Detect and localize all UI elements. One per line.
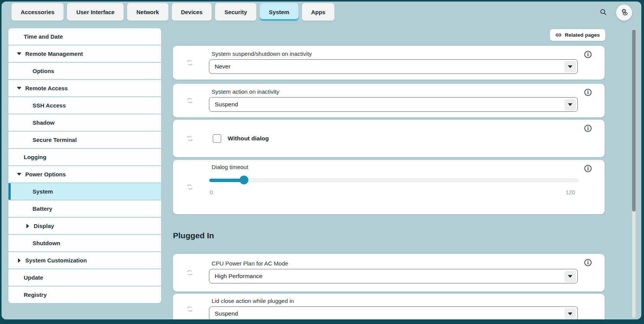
chevron-down-icon[interactable] <box>564 99 576 111</box>
checkbox-label: Without dialog <box>228 135 269 142</box>
tab-network[interactable]: Network <box>127 3 168 21</box>
nav-item-update[interactable]: Update <box>8 269 161 286</box>
setting-label: System suspend/shutdown on inactivity <box>212 50 578 57</box>
slider-fill <box>209 179 244 182</box>
vertical-scrollbar[interactable] <box>632 29 636 318</box>
nav-item-time-and-date[interactable]: Time and Date <box>8 28 161 45</box>
nav-item-display[interactable]: Display <box>8 218 161 234</box>
chevron-down-icon[interactable] <box>564 61 576 73</box>
select-value: Suspend <box>215 310 238 317</box>
reset-icon[interactable] <box>186 305 194 313</box>
info-icon[interactable]: i <box>584 259 592 266</box>
nav-item-ssh-access[interactable]: SSH Access <box>8 97 161 114</box>
lid-close-action-select[interactable]: Suspend <box>209 306 578 319</box>
nav-item-shadow[interactable]: Shadow <box>8 114 161 131</box>
topbar-actions <box>596 5 632 21</box>
info-icon[interactable]: i <box>584 89 592 96</box>
nav-item-registry[interactable]: Registry <box>8 287 161 303</box>
category-tabbar: Accessories User Interface Network Devic… <box>11 3 334 21</box>
suspend-on-inactivity-select[interactable]: Never <box>209 59 578 74</box>
nav-item-shutdown[interactable]: Shutdown <box>8 235 161 251</box>
reset-icon[interactable] <box>186 135 194 142</box>
info-icon[interactable]: i <box>584 51 592 58</box>
slider-min-label: 0 <box>210 189 213 195</box>
reset-icon[interactable] <box>186 269 194 277</box>
nav-item-battery[interactable]: Battery <box>8 200 161 217</box>
setting-card-action-on-inactivity: System action on inactivity Suspend i <box>173 84 605 117</box>
dialog-timeout-slider[interactable] <box>209 179 579 182</box>
chevron-down-icon[interactable] <box>16 52 22 55</box>
nav-item-options[interactable]: Options <box>8 63 161 79</box>
chevron-right-icon[interactable] <box>16 258 22 263</box>
setting-label: Lid close action while plugged in <box>212 298 578 304</box>
chevron-down-icon[interactable] <box>16 173 22 176</box>
tab-system[interactable]: System <box>260 3 298 21</box>
chevron-down-icon[interactable] <box>564 271 576 282</box>
cpu-power-plan-select[interactable]: High Performance <box>209 269 578 283</box>
setting-card-without-dialog: Without dialog i <box>173 120 605 157</box>
tab-user-interface[interactable]: User Interface <box>67 3 124 21</box>
reset-icon[interactable] <box>186 183 194 191</box>
tab-devices[interactable]: Devices <box>172 3 212 21</box>
select-value: Never <box>215 63 230 70</box>
settings-visibility-button[interactable] <box>616 5 632 21</box>
reset-icon[interactable] <box>186 59 194 67</box>
nav-item-system[interactable]: System <box>8 183 161 200</box>
settings-window: Accessories User Interface Network Devic… <box>2 2 641 319</box>
gear-eye-icon <box>620 8 629 18</box>
nav-item-secure-terminal[interactable]: Secure Terminal <box>8 132 161 148</box>
slider-max-label: 120 <box>566 189 575 195</box>
chevron-down-icon[interactable] <box>16 87 22 90</box>
search-icon <box>599 8 607 18</box>
scrollbar-thumb[interactable] <box>632 29 636 212</box>
info-icon[interactable]: i <box>584 125 592 132</box>
setting-card-cpu-power-plan: CPU Power Plan for AC Mode High Performa… <box>173 254 605 291</box>
setting-label: Dialog timeout <box>212 164 248 170</box>
without-dialog-checkbox[interactable] <box>213 134 221 143</box>
related-pages-button[interactable]: Related pages <box>550 29 605 41</box>
chevron-down-icon[interactable] <box>564 308 576 320</box>
action-on-inactivity-select[interactable]: Suspend <box>209 97 578 112</box>
section-heading: Plugged In <box>173 231 214 240</box>
setting-label: System action on inactivity <box>212 88 578 95</box>
chevron-right-icon[interactable] <box>24 224 31 228</box>
select-value: Suspend <box>215 101 238 108</box>
info-icon[interactable]: i <box>584 165 592 172</box>
tab-accessories[interactable]: Accessories <box>11 3 64 21</box>
nav-item-remote-access[interactable]: Remote Access <box>8 80 161 96</box>
nav-item-remote-management[interactable]: Remote Management <box>8 46 161 62</box>
reset-icon[interactable] <box>186 97 194 104</box>
nav-item-logging[interactable]: Logging <box>8 149 161 165</box>
setting-label: CPU Power Plan for AC Mode <box>212 260 578 267</box>
tab-security[interactable]: Security <box>215 3 256 21</box>
settings-nav: Time and Date Remote Management Options … <box>8 28 161 303</box>
nav-item-power-options[interactable]: Power Options <box>8 166 161 182</box>
setting-card-lid-close-action: Lid close action while plugged in Suspen… <box>173 294 605 319</box>
search-button[interactable] <box>596 6 610 20</box>
setting-card-suspend-on-inactivity: System suspend/shutdown on inactivity Ne… <box>173 46 605 80</box>
link-icon <box>555 32 562 38</box>
tab-apps[interactable]: Apps <box>302 3 335 21</box>
slider-thumb[interactable] <box>240 176 248 184</box>
setting-card-dialog-timeout: Dialog timeout 0 120 i <box>173 160 605 214</box>
select-value: High Performance <box>215 273 262 280</box>
without-dialog-option[interactable]: Without dialog <box>213 134 269 143</box>
nav-item-system-customization[interactable]: System Customization <box>8 252 161 269</box>
